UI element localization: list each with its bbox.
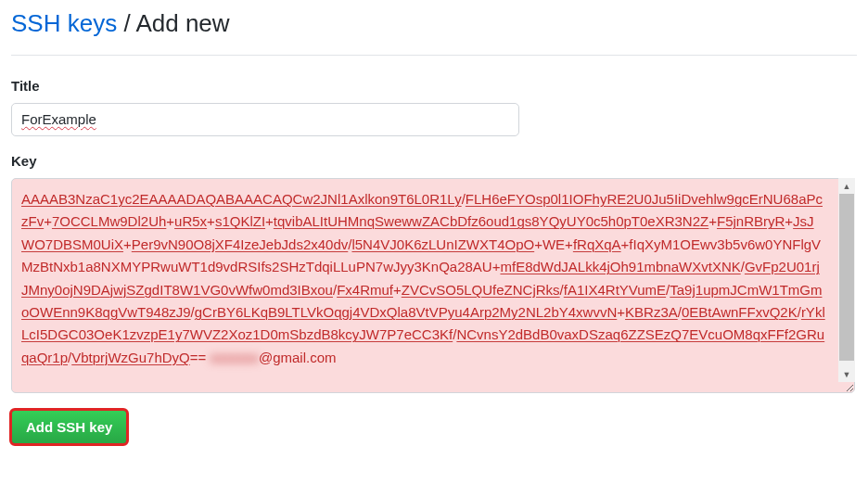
key-field-group: Key AAAAB3NzaC1yc2EAAAADAQABAAACAQCw2JNl… bbox=[11, 153, 857, 393]
breadcrumb: SSH keys / Add new bbox=[11, 9, 857, 38]
breadcrumb-current: Add new bbox=[135, 9, 229, 37]
scroll-track[interactable] bbox=[838, 194, 855, 366]
key-label: Key bbox=[11, 153, 857, 169]
breadcrumb-link-ssh-keys[interactable]: SSH keys bbox=[11, 9, 117, 37]
add-ssh-key-button[interactable]: Add SSH key bbox=[11, 410, 127, 444]
divider bbox=[11, 55, 857, 56]
scroll-down-arrow[interactable]: ▼ bbox=[838, 366, 855, 382]
breadcrumb-separator: / bbox=[117, 9, 135, 37]
scrollbar[interactable]: ▲ ▼ bbox=[838, 178, 855, 382]
key-textarea[interactable]: AAAAB3NzaC1yc2EAAAADAQABAAACAQCw2JNl1Axl… bbox=[11, 178, 855, 393]
scroll-up-arrow[interactable]: ▲ bbox=[838, 178, 855, 194]
title-input-value: ForExample bbox=[21, 111, 96, 127]
title-label: Title bbox=[11, 78, 857, 94]
title-input[interactable]: ForExample bbox=[11, 103, 519, 136]
title-field-group: Title ForExample bbox=[11, 78, 857, 136]
scroll-thumb[interactable] bbox=[839, 194, 854, 361]
